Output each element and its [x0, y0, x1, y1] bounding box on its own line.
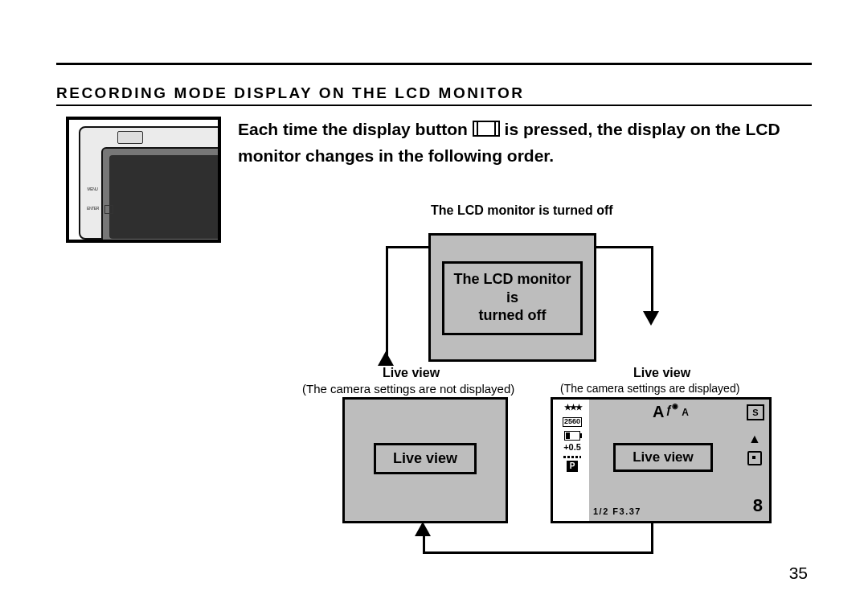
state-off-box-inner: The LCD monitor is turned off [442, 261, 583, 335]
scale-icon [563, 456, 581, 458]
intro-text: Each time the display button is pressed,… [238, 117, 812, 169]
state-lv2-title: Live view [633, 366, 690, 380]
state-lv2-subtitle: (The camera settings are displayed) [560, 382, 739, 395]
power-label: Power [220, 129, 221, 135]
lv2-bottom-row: 1/2 F3.37 8 [593, 495, 763, 516]
arrow-off-to-lv2-v [651, 246, 653, 313]
page-number: 35 [789, 564, 808, 583]
menu-label: MENU [87, 181, 98, 197]
arrow-lv1-to-off-v [386, 246, 388, 365]
state-off-box: The LCD monitor is turned off [428, 233, 596, 362]
arrow-lv2-to-lv1-head [415, 522, 431, 536]
state-off-label: The LCD monitor is turned off [431, 203, 613, 218]
arrow-lv1-to-off-head [378, 351, 394, 366]
display-icon [104, 205, 113, 214]
display-button-icon [473, 121, 500, 137]
lv2-right-column: ▲ [745, 432, 764, 470]
arrow-lv2-to-lv1-h [423, 551, 653, 554]
state-lv1-box: Live view [342, 397, 508, 523]
state-lv2-box: ★★★ 2560 +0.5 P A ƒ◉ A S ▲ Live view 1/2… [551, 397, 772, 523]
s-badge: S [747, 404, 764, 420]
camera-button-column: MENU ENTER [87, 160, 98, 219]
camera-illustration: Power MENU ENTER [66, 117, 221, 243]
rule-title [56, 105, 812, 106]
intro-part1: Each time the display button [238, 120, 473, 138]
auto-icon: A [653, 403, 664, 421]
state-lv1-title: Live view [383, 366, 440, 380]
arrow-lv2-to-lv1-v2 [423, 535, 425, 553]
mountain-icon: ▲ [745, 432, 764, 446]
off-line2: turned off [448, 306, 577, 325]
p-mode-badge: P [567, 461, 578, 472]
state-lv1-subtitle: (The camera settings are not displayed) [302, 382, 514, 396]
quality-icon: ★★★ [556, 403, 588, 412]
rule-top [56, 63, 812, 65]
arrow-lv2-to-lv1-v1 [651, 521, 653, 553]
enter-label: ENTER [87, 200, 98, 216]
lv2-top-row: A ƒ◉ A S [593, 403, 764, 421]
off-line1: The LCD monitor is [448, 270, 577, 306]
arrow-off-to-lv2-head [643, 311, 659, 326]
resolution-badge: 2560 [563, 417, 582, 427]
lv1-label: Live view [374, 443, 477, 474]
ev-value: +0.5 [556, 442, 588, 452]
camera-lcd [101, 147, 221, 243]
lv2-left-column: ★★★ 2560 +0.5 P [556, 403, 588, 474]
lv2-label: Live view [613, 443, 713, 472]
arrow-off-to-lv2-h [594, 246, 653, 248]
frames-remaining: 8 [753, 495, 763, 516]
camera-small-window [117, 131, 143, 144]
battery-icon [564, 431, 580, 441]
arrow-lv1-to-off-h [386, 246, 428, 248]
redeye-icon: ◉ [672, 402, 678, 410]
spot-meter-icon [747, 451, 762, 465]
section-title: RECORDING MODE DISPLAY ON THE LCD MONITO… [56, 84, 524, 102]
shutter-aperture: 1/2 F3.37 [593, 506, 641, 516]
